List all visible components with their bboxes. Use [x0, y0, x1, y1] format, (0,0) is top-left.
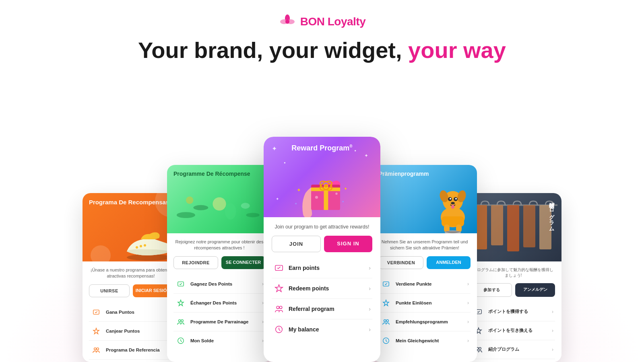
spanish-menu-label-2: Canjear Puntos — [106, 329, 169, 333]
balance-icon-pink — [273, 324, 285, 335]
svg-point-33 — [315, 196, 318, 199]
english-buttons: JOIN SIGN IN — [272, 236, 372, 252]
redeem-icon-pink — [273, 283, 285, 294]
english-menu-3[interactable]: Referral program › — [272, 299, 372, 319]
english-body: Join our program to get attractive rewar… — [264, 217, 380, 346]
earn-icon-blue — [380, 278, 392, 290]
chevron-icon-de-1: › — [467, 281, 469, 287]
referral-icon-blue — [380, 316, 392, 327]
german-menu-label-3: Empfehlungsprogramm — [396, 319, 467, 324]
widget-german: Prämienprogramm — [372, 165, 477, 362]
svg-point-15 — [193, 205, 208, 210]
french-menu-2[interactable]: Échanger Des Points › — [173, 294, 265, 313]
chevron-icon-en-1: › — [369, 265, 371, 271]
spanish-menu-3[interactable]: Programa De Referencia › — [89, 341, 173, 360]
balance-icon-green — [175, 335, 186, 346]
english-menu-2[interactable]: Redeem points › — [272, 278, 372, 299]
headline: Your brand, your widget, your way — [138, 38, 506, 63]
japanese-menu-3[interactable]: 紹介プログラム › — [471, 340, 555, 359]
french-menu-label-4: Mon Solde — [190, 338, 262, 343]
english-menu-4[interactable]: My balance › — [272, 319, 372, 339]
french-menu-3[interactable]: Programme De Parrainage › — [173, 313, 265, 331]
redeem-icon-green — [175, 297, 186, 309]
chevron-icon-en-4: › — [369, 326, 371, 333]
english-join-btn[interactable]: JOIN — [272, 236, 321, 252]
spanish-menu-label-3: Programa De Referencia — [106, 348, 169, 352]
french-menu-1[interactable]: Gagnez Des Points › — [173, 275, 265, 294]
german-signin-btn[interactable]: ANMELDEN — [427, 256, 471, 269]
balance-icon-blue — [380, 335, 392, 346]
french-banner: Programme De Récompense — [167, 165, 272, 233]
svg-point-20 — [246, 213, 259, 217]
french-signin-btn[interactable]: SE CONNECTER — [221, 256, 265, 269]
japanese-menu-label-2: ポイントを引き換える — [488, 328, 552, 333]
english-banner: ✦ ✦ ✦ ● ● Reward Program® — [264, 137, 380, 217]
german-body: Nehmen Sie an unserem Programm teil und … — [372, 233, 477, 356]
svg-point-7 — [140, 245, 142, 247]
spanish-menu-2[interactable]: Canjear Puntos › — [89, 322, 173, 341]
spanish-subtitle: ¡Únase a nuestro programa para obtener a… — [89, 267, 173, 280]
english-menu-label-3: Referral program — [289, 306, 369, 312]
japanese-subtitle: プログラムに参加して魅力的な報酬を獲得しましょう! — [471, 267, 555, 278]
spanish-menu-label-1: Gana Puntos — [106, 310, 169, 315]
spanish-join-btn[interactable]: UNIRSE — [89, 284, 130, 297]
header: BON Loyalty Your brand, your widget, you… — [0, 0, 644, 63]
svg-point-41 — [277, 306, 279, 309]
svg-point-23 — [179, 319, 181, 321]
svg-text:●: ● — [295, 202, 297, 206]
dog-icon — [433, 173, 473, 233]
german-join-btn[interactable]: VERBINDEN — [379, 256, 423, 269]
spanish-buttons: UNIRSE INICIAR SESIÓN — [89, 284, 173, 297]
svg-point-4 — [285, 20, 289, 24]
widgets-container: Programa De Recompensas ¡Únase a nuestro… — [0, 133, 644, 362]
svg-point-50 — [450, 198, 451, 200]
english-menu-1[interactable]: Earn points › — [272, 258, 372, 278]
svg-point-24 — [181, 319, 183, 321]
german-menu-3[interactable]: Empfehlungsprogramm › — [379, 313, 471, 331]
japanese-menu-4[interactable]: 私の残高 › — [471, 359, 555, 362]
earn-icon-green — [175, 278, 186, 290]
redeem-icon-orange — [91, 325, 102, 337]
spanish-menu-4[interactable]: Mi Balance › — [89, 360, 173, 362]
star-deco-3: ✦ — [276, 197, 279, 201]
german-menu-2[interactable]: Punkte Einlösen › — [379, 294, 471, 313]
french-subtitle: Rejoignez notre programme pour obtenir d… — [173, 239, 265, 251]
headline-highlight: your way — [408, 37, 506, 63]
spanish-menu-1[interactable]: Gana Puntos › — [89, 303, 173, 322]
gift-illustration: ✦ ✦ ● ● — [286, 153, 358, 217]
svg-point-62 — [386, 319, 388, 321]
chevron-icon-ja-3: › — [552, 347, 553, 352]
japanese-menu-2[interactable]: ポイントを引き換える › — [471, 321, 555, 340]
svg-point-17 — [225, 203, 236, 220]
german-buttons: VERBINDEN ANMELDEN — [379, 256, 471, 269]
widget-french: Programme De Récompense Rejoignez notre … — [167, 165, 272, 362]
star-deco-1: ✦ — [272, 145, 277, 152]
widget-spanish: Programa De Recompensas ¡Únase a nuestro… — [83, 193, 179, 362]
japanese-join-btn[interactable]: 参加する — [471, 283, 512, 297]
svg-point-19 — [186, 197, 193, 204]
svg-point-73 — [479, 348, 481, 350]
svg-point-16 — [213, 197, 226, 210]
referral-icon-pink — [273, 303, 285, 315]
svg-marker-22 — [178, 300, 184, 306]
english-menu-label-1: Earn points — [289, 265, 369, 271]
english-signin-btn[interactable]: SIGN IN — [324, 236, 372, 252]
svg-point-32 — [324, 184, 328, 187]
german-menu-label-4: Mein Gleichgewicht — [396, 338, 467, 343]
chevron-icon-en-3: › — [369, 306, 371, 312]
bon-loyalty-logo-icon — [279, 13, 296, 31]
spanish-banner: Programa De Recompensas — [83, 193, 179, 261]
svg-point-8 — [144, 244, 146, 247]
french-join-btn[interactable]: REJOINDRE — [173, 256, 218, 269]
french-menu-label-2: Échanger Des Points — [190, 300, 262, 305]
earn-icon-pink — [273, 262, 285, 274]
german-menu-4[interactable]: Mein Gleichgewicht › — [379, 331, 471, 350]
french-menu-4[interactable]: Mon Solde › — [173, 331, 265, 350]
redeem-icon-blue — [380, 297, 392, 309]
japanese-signin-btn[interactable]: アンメルデン — [515, 283, 555, 297]
french-buttons: REJOINDRE SE CONNECTER — [173, 256, 265, 269]
japanese-body: プログラムに参加して魅力的な報酬を獲得しましょう! 参加する アンメルデン ポイ… — [465, 261, 561, 362]
german-menu-1[interactable]: Verdiene Punkte › — [379, 275, 471, 294]
japanese-menu-1[interactable]: ポイントを獲得する › — [471, 302, 555, 321]
svg-point-42 — [279, 306, 282, 309]
